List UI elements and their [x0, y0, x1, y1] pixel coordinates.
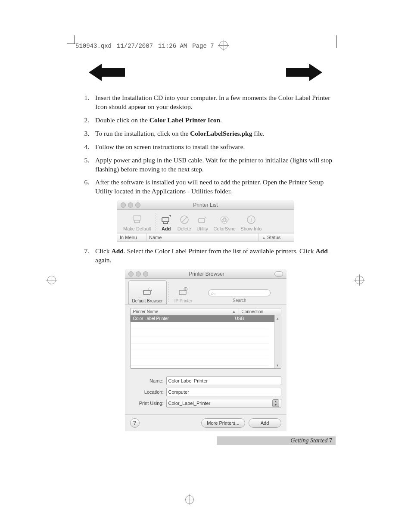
next-arrow-icon[interactable]	[280, 62, 328, 83]
printer-list-window: Printer List Make Default Add	[117, 200, 294, 242]
printer-plus-icon	[160, 214, 172, 225]
location-label: Location:	[130, 389, 166, 395]
svg-rect-3	[134, 220, 140, 223]
step-4: 4.Follow the on screen instructions to i…	[75, 143, 336, 152]
svg-marker-1	[286, 64, 322, 81]
footer-page-number: 7	[329, 437, 332, 444]
slug-date: 11/27/2007	[117, 43, 153, 50]
print-using-select[interactable]: Color_Label_Printer ▴▾	[166, 399, 281, 408]
add-button[interactable]: Add	[249, 418, 281, 428]
minimize-icon[interactable]	[128, 202, 133, 208]
wrench-icon	[196, 214, 209, 225]
toolbar-toggle-icon[interactable]	[274, 271, 283, 277]
scrollbar[interactable]: ▴ ▾	[274, 315, 281, 368]
make-default-button[interactable]: Make Default	[121, 212, 154, 233]
printer-icon	[131, 214, 143, 225]
close-icon[interactable]	[128, 271, 134, 277]
titlebar: Printer List	[117, 200, 294, 210]
svg-text:i: i	[250, 217, 252, 223]
close-icon[interactable]	[121, 202, 126, 208]
titlebar: Printer Browser	[125, 269, 286, 279]
show-info-button[interactable]: i Show Info	[238, 212, 264, 233]
search-label: Search	[233, 298, 246, 303]
printer-globe-icon	[177, 286, 189, 297]
chevron-updown-icon: ▴▾	[272, 399, 279, 407]
browser-footer: ? More Printers... Add	[125, 414, 286, 431]
slug-line: 510943.qxd 11/27/2007 11:26 AM Page 7	[75, 41, 336, 51]
registration-mark	[355, 276, 364, 284]
search-input[interactable]: ⌕▾	[208, 289, 271, 296]
delete-button[interactable]: Delete	[175, 212, 194, 233]
registration-mark	[47, 276, 56, 284]
window-title: Printer List	[155, 202, 256, 208]
window-title: Printer Browser	[163, 271, 251, 277]
info-icon: i	[245, 214, 257, 225]
print-using-label: Print Using:	[130, 401, 166, 406]
registration-mark	[185, 495, 194, 504]
zoom-icon[interactable]	[135, 202, 140, 208]
instructions-list-2: 7. Click Add. Select the Color Label Pri…	[75, 247, 336, 265]
empty-rows	[131, 322, 268, 368]
scroll-down-icon[interactable]: ▾	[275, 362, 281, 368]
col-connection[interactable]: Connection	[239, 308, 281, 315]
colorsync-button[interactable]: ColorSync	[211, 212, 238, 233]
footer-section: Getting Started	[291, 437, 328, 444]
slug-time: 11:26 AM	[158, 43, 187, 50]
printer-list-panel: Printer Name ▲ Connection Color Label Pr…	[130, 308, 281, 369]
name-field[interactable]: Color Label Printer	[166, 376, 281, 385]
step-1: 1.Insert the Installation CD into your c…	[75, 93, 336, 112]
svg-marker-0	[89, 64, 125, 81]
toolbar: Make Default Add Delete Utility	[117, 210, 294, 233]
registration-mark	[219, 41, 228, 51]
step-3: 3.To run the installation, click on the …	[75, 129, 336, 138]
scroll-up-icon[interactable]: ▴	[275, 315, 281, 321]
name-label: Name:	[130, 378, 166, 383]
tab-ip-printer[interactable]: IP Printer	[171, 280, 196, 305]
crop-mark	[336, 35, 337, 48]
help-button[interactable]: ?	[130, 418, 140, 428]
svg-rect-14	[143, 290, 150, 295]
tab-default-browser[interactable]: Default Browser	[128, 280, 167, 305]
svg-line-16	[151, 290, 152, 291]
zoom-icon[interactable]	[143, 271, 148, 277]
svg-rect-17	[179, 290, 186, 295]
step-2: 2.Double click on the Color Label Printe…	[75, 116, 336, 125]
document-page: 510943.qxd 11/27/2007 11:26 AM Page 7 1.…	[0, 0, 411, 532]
printer-browser-window: Printer Browser Default Browser IP Print…	[125, 269, 286, 431]
col-status[interactable]: ▲ Status	[258, 233, 294, 241]
step-7: 7. Click Add. Select the Color Label Pri…	[75, 247, 336, 265]
svg-line-7	[182, 217, 187, 222]
colorsync-icon	[218, 214, 230, 225]
col-name[interactable]: Name	[146, 233, 258, 241]
instructions-list: 1.Insert the Installation CD into your c…	[75, 93, 336, 196]
prev-arrow-icon[interactable]	[83, 62, 131, 83]
svg-rect-2	[133, 216, 141, 220]
col-in-menu[interactable]: In Menu	[117, 233, 146, 241]
minimize-icon[interactable]	[136, 271, 141, 277]
svg-point-11	[222, 218, 227, 224]
nav-arrows	[83, 62, 328, 83]
browser-body: Printer Name ▲ Connection Color Label Pr…	[125, 305, 286, 414]
utility-button[interactable]: Utility	[194, 212, 211, 233]
toolbar: Default Browser IP Printer ⌕▾ Search	[125, 279, 286, 305]
step-5: 5.Apply power and plug in the USB cable.…	[75, 156, 336, 174]
location-field[interactable]: Computer	[166, 388, 281, 396]
search-icon: ⌕▾	[211, 291, 216, 296]
page-footer: Getting Started 7	[217, 436, 336, 445]
slug-page: Page 7	[192, 43, 214, 50]
column-headers: In Menu Name ▲ Status	[117, 233, 294, 242]
svg-rect-8	[199, 218, 205, 223]
crop-mark	[67, 43, 75, 44]
printer-form: Name: Color Label Printer Location: Comp…	[130, 376, 281, 408]
slug-file: 510943.qxd	[75, 43, 112, 50]
more-printers-button[interactable]: More Printers...	[201, 418, 245, 428]
crop-mark	[74, 35, 75, 44]
printer-search-icon	[141, 286, 153, 297]
col-printer-name[interactable]: Printer Name ▲	[131, 308, 239, 315]
svg-rect-5	[163, 222, 168, 224]
step-6: 6.After the software is installed you wi…	[75, 178, 336, 196]
list-item[interactable]: Color Label Printer USB	[131, 315, 274, 322]
no-entry-icon	[178, 214, 190, 225]
add-button[interactable]: Add	[158, 212, 175, 233]
svg-rect-4	[162, 218, 169, 222]
